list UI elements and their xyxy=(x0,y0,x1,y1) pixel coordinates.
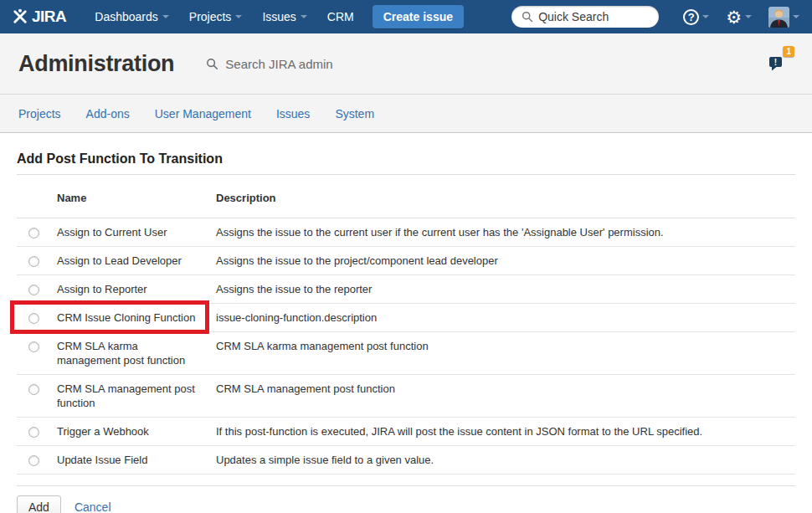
navbar-menu-dashboards[interactable]: Dashboards xyxy=(85,0,179,33)
post-function-name: CRM SLA management post function xyxy=(57,375,216,417)
chevron-down-icon xyxy=(702,15,709,18)
search-icon xyxy=(206,58,218,70)
navbar-menu-projects[interactable]: Projects xyxy=(179,0,253,33)
tab-system[interactable]: System xyxy=(335,107,374,121)
row-radio-button[interactable] xyxy=(28,285,39,295)
navbar-right: ? ⚙ xyxy=(511,0,805,33)
quick-search-input[interactable] xyxy=(538,10,647,23)
post-function-name: Assign to Reporter xyxy=(57,275,216,303)
navbar-menu-crm[interactable]: CRM xyxy=(317,0,364,33)
svg-text:!: ! xyxy=(774,58,777,67)
chevron-down-icon xyxy=(162,15,169,18)
gear-icon: ⚙ xyxy=(726,8,742,26)
navbar-menu-label: Issues xyxy=(262,10,296,23)
avatar-icon xyxy=(768,7,789,28)
search-icon xyxy=(522,11,533,23)
post-function-description: Assigns the issue to the project/compone… xyxy=(216,247,795,274)
table-row: Assign to ReporterAssigns the issue to t… xyxy=(17,275,795,304)
navbar-menu-label: Projects xyxy=(189,10,232,23)
post-function-name: Trigger a Webhook xyxy=(57,418,216,445)
table-row: CRM SLA management post functionCRM SLA … xyxy=(17,375,795,418)
notification-badge: 1 xyxy=(783,46,794,57)
row-radio-button[interactable] xyxy=(28,256,39,267)
form-footer: Add Cancel xyxy=(17,485,795,513)
question-mark-icon: ? xyxy=(683,9,699,25)
chevron-down-icon xyxy=(745,15,752,18)
table-row: CRM SLA karma management post functionCR… xyxy=(17,332,795,375)
chevron-down-icon xyxy=(793,15,799,18)
tab-user-management[interactable]: User Management xyxy=(155,107,251,121)
column-header-description: Description xyxy=(216,185,795,211)
jira-logo[interactable]: JIRA xyxy=(12,8,66,26)
add-button[interactable]: Add xyxy=(17,495,61,513)
user-profile-menu[interactable] xyxy=(763,0,805,33)
row-radio-button[interactable] xyxy=(28,384,39,395)
avatar xyxy=(768,7,789,28)
table-row: Assign to Current UserAssigns the issue … xyxy=(17,218,795,247)
row-radio-button[interactable] xyxy=(28,455,39,466)
post-function-description: CRM SLA karma management post function xyxy=(216,332,795,374)
cancel-link[interactable]: Cancel xyxy=(75,500,111,513)
post-function-description: CRM SLA management post function xyxy=(216,375,795,417)
tab-issues[interactable]: Issues xyxy=(276,107,310,121)
post-function-table: Name Description Assign to Current UserA… xyxy=(17,175,795,475)
section-heading: Add Post Function To Transition xyxy=(17,151,795,175)
table-row: Update Issue FieldUpdates a simple issue… xyxy=(17,446,795,475)
tab-add-ons[interactable]: Add-ons xyxy=(86,107,130,121)
notifications-button[interactable]: ! 1 xyxy=(767,52,787,75)
admin-search xyxy=(206,57,767,71)
navbar-menu-label: Dashboards xyxy=(95,10,158,23)
jira-charlie-icon xyxy=(12,8,28,25)
post-function-name: CRM SLA karma management post function xyxy=(57,332,216,374)
top-navbar: JIRA DashboardsProjectsIssuesCRM Create … xyxy=(0,0,812,33)
post-function-description: Assigns the issue to the reporter xyxy=(216,275,795,303)
admin-header: Administration ! 1 xyxy=(0,33,812,95)
help-menu[interactable]: ? xyxy=(677,0,715,33)
column-header-name: Name xyxy=(57,185,216,211)
navbar-menu-issues[interactable]: Issues xyxy=(252,0,316,33)
jira-logo-text: JIRA xyxy=(32,8,66,26)
navbar-menus: DashboardsProjectsIssuesCRM xyxy=(85,0,363,33)
page-title: Administration xyxy=(18,51,174,77)
post-function-name: Assign to Current User xyxy=(57,218,216,246)
row-radio-button[interactable] xyxy=(28,313,39,324)
row-radio-button[interactable] xyxy=(28,228,39,239)
post-function-name: Assign to Lead Developer xyxy=(57,247,216,274)
tab-projects[interactable]: Projects xyxy=(18,107,61,121)
table-row: Assign to Lead DeveloperAssigns the issu… xyxy=(17,247,795,275)
chevron-down-icon xyxy=(301,15,307,18)
table-row: Trigger a WebhookIf this post-function i… xyxy=(17,418,795,446)
main-content: Add Post Function To Transition Name Des… xyxy=(0,151,812,513)
post-function-description: Updates a simple issue field to a given … xyxy=(216,446,795,474)
chevron-down-icon xyxy=(235,15,242,18)
table-header-row: Name Description xyxy=(17,175,795,218)
admin-search-input[interactable] xyxy=(225,57,426,71)
post-function-description: If this post-function is executed, JIRA … xyxy=(216,418,795,445)
quick-search xyxy=(511,6,659,28)
settings-menu[interactable]: ⚙ xyxy=(720,0,758,33)
row-radio-button[interactable] xyxy=(28,427,39,438)
row-radio-button[interactable] xyxy=(28,341,39,352)
post-function-description: issue-cloning-function.description xyxy=(216,304,795,331)
table-row: CRM Issue Cloning Functionissue-cloning-… xyxy=(17,304,795,332)
post-function-name: Update Issue Field xyxy=(57,446,216,474)
post-function-description: Assigns the issue to the current user if… xyxy=(216,218,795,246)
create-issue-button[interactable]: Create issue xyxy=(373,5,464,28)
admin-tabs: ProjectsAdd-onsUser ManagementIssuesSyst… xyxy=(0,95,812,133)
post-function-name: CRM Issue Cloning Function xyxy=(57,304,216,331)
navbar-menu-label: CRM xyxy=(327,10,354,23)
